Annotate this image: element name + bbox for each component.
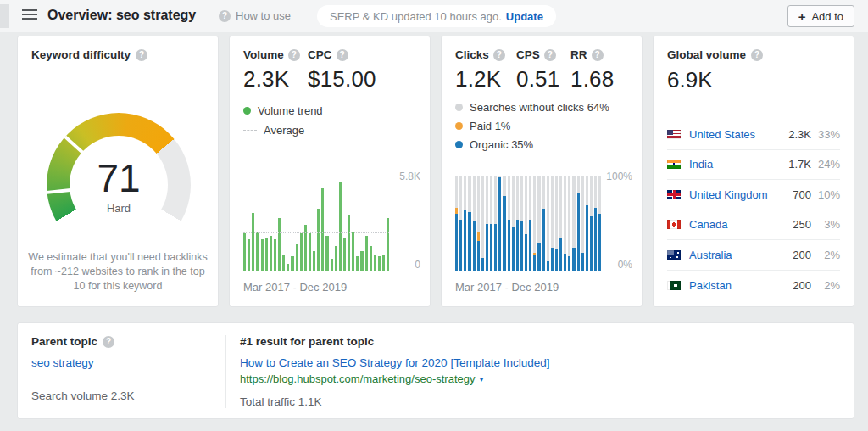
orange-dot-icon: [455, 122, 463, 130]
volume-bar: [321, 188, 324, 271]
country-link[interactable]: United States: [689, 128, 777, 141]
clicks-bar: [542, 176, 545, 271]
volume-bar: [274, 239, 276, 271]
clicks-bar: [529, 176, 531, 271]
cpc-value: $15.00: [308, 66, 376, 92]
clicks-bar: [533, 176, 536, 271]
country-link[interactable]: Canada: [689, 218, 777, 231]
clicks-bar: [520, 176, 523, 271]
clicks-chart-caption: Mar 2017 - Dec 2019: [455, 281, 559, 294]
page-title: Overview: seo strategy: [47, 8, 196, 23]
country-link[interactable]: Australia: [689, 249, 777, 261]
organic-segment: [503, 196, 505, 271]
volume-bar: [382, 255, 385, 271]
legend-average: Average: [243, 124, 323, 137]
organic-segment: [547, 261, 549, 271]
clicks-bar: [455, 176, 458, 271]
organic-segment: [525, 234, 527, 271]
clicks-bar: [459, 176, 462, 271]
result-title-link[interactable]: How to Create an SEO Strategy for 2020 […: [240, 356, 840, 369]
country-volume: 2.3K: [777, 128, 811, 141]
clicks-breakdown-chart: [455, 176, 601, 271]
clicks-bar: [581, 176, 584, 271]
volume-bar: [370, 246, 372, 271]
country-row: Australia2002%: [667, 240, 840, 271]
help-icon[interactable]: ?: [751, 49, 763, 61]
help-icon[interactable]: ?: [288, 49, 300, 61]
update-link[interactable]: Update: [506, 10, 543, 23]
clicks-bar: [503, 176, 505, 271]
legend-paid-label: Paid 1%: [470, 120, 510, 132]
clicks-bar: [577, 176, 580, 271]
clicks-bar: [568, 176, 570, 271]
volume-bar: [282, 255, 285, 271]
volume-bar: [265, 238, 268, 271]
country-row: India1.7K24%: [667, 150, 840, 181]
clicks-bar: [572, 176, 575, 271]
cps-value: 0.51: [516, 66, 570, 92]
organic-segment: [486, 224, 488, 271]
organic-segment: [490, 224, 492, 271]
help-icon[interactable]: ?: [136, 49, 147, 61]
country-row: Pakistan2002%: [667, 271, 840, 301]
flag-au-icon: [667, 250, 681, 260]
country-volume: 1.7K: [777, 158, 811, 171]
clicks-bar: [464, 176, 466, 271]
country-link[interactable]: United Kingdom: [689, 188, 777, 201]
help-icon[interactable]: ?: [493, 49, 505, 61]
help-icon[interactable]: ?: [337, 49, 348, 61]
clicks-metric: Clicks ? 1.2K: [455, 48, 516, 92]
clicks-bar: [598, 176, 601, 271]
result-url[interactable]: https://blog.hubspot.com/marketing/seo-s…: [240, 372, 475, 385]
add-to-button[interactable]: + Add to: [787, 5, 854, 27]
country-link[interactable]: Pakistan: [689, 279, 777, 292]
legend-volume-trend: Volume trend: [243, 104, 323, 117]
organic-segment: [555, 249, 558, 271]
clicks-bar: [468, 176, 470, 271]
cpc-label: CPC: [308, 48, 332, 61]
green-dot-icon: [243, 107, 251, 115]
flag-pk-icon: [667, 281, 681, 290]
gray-dot-icon: [455, 104, 463, 111]
help-icon[interactable]: ?: [103, 336, 114, 348]
parent-topic-keyword-link[interactable]: seo strategy: [31, 356, 225, 369]
country-link[interactable]: India: [689, 158, 777, 171]
clicks-bar: [508, 176, 510, 271]
global-volume-card: Global volume ? 6.9K United States2.3K33…: [653, 36, 854, 307]
how-to-use-link[interactable]: ? How to use: [219, 9, 291, 22]
organic-segment: [508, 220, 510, 271]
blue-dot-icon: [455, 141, 463, 148]
clicks-axis-min: 0%: [618, 259, 632, 271]
menu-icon[interactable]: [22, 9, 37, 23]
volume-bar: [287, 264, 289, 271]
paid-segment: [477, 232, 480, 241]
volume-metric: Volume ? 2.3K: [243, 48, 308, 92]
help-icon[interactable]: ?: [592, 49, 604, 61]
organic-segment: [494, 224, 497, 271]
volume-bar: [348, 215, 350, 271]
parent-topic-label: Parent topic: [31, 335, 97, 348]
sidebar-edge[interactable]: [0, 4, 9, 28]
volume-axis-min: 0: [415, 259, 420, 271]
flag-in-icon: [667, 160, 681, 169]
clicks-bar: [594, 176, 597, 271]
organic-segment: [581, 253, 584, 271]
help-icon[interactable]: ?: [544, 49, 556, 61]
organic-segment: [564, 254, 566, 271]
clicks-bar: [525, 176, 527, 271]
clicks-bar: [590, 176, 593, 271]
volume-bar: [300, 233, 303, 271]
organic-segment: [481, 258, 484, 271]
country-share: 10%: [811, 188, 840, 201]
add-to-label: Add to: [811, 10, 843, 23]
volume-bar: [248, 239, 250, 271]
flag-ca-icon: [667, 220, 681, 229]
country-row: United Kingdom70010%: [667, 180, 840, 210]
organic-segment: [586, 205, 588, 271]
volume-bar: [387, 218, 389, 271]
organic-segment: [594, 208, 597, 271]
chevron-down-icon[interactable]: ▾: [479, 374, 483, 383]
parent-topic-title: Parent topic ?: [31, 335, 225, 348]
legend-paid: Paid 1%: [455, 120, 609, 132]
volume-bar: [374, 255, 376, 271]
